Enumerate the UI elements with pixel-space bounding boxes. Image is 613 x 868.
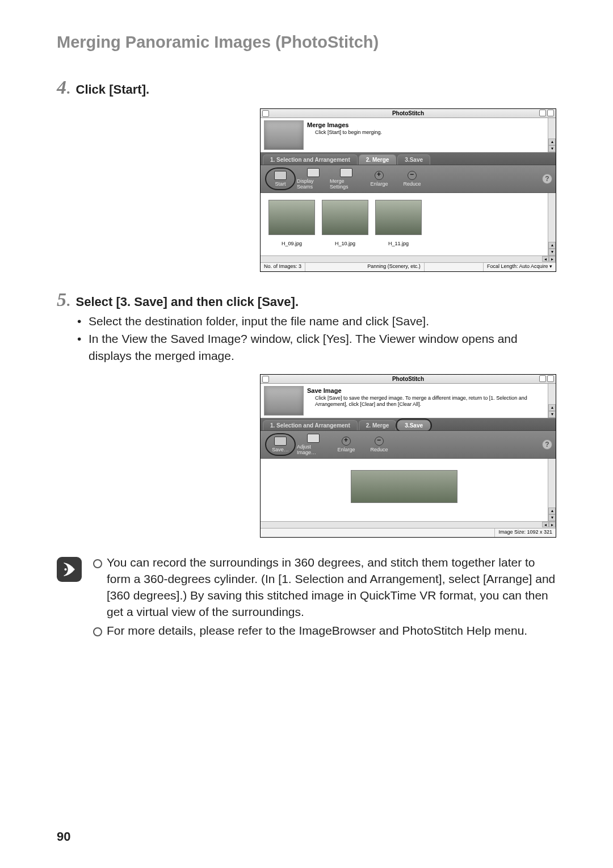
canvas-scrollbar[interactable]: ▴ ▾ — [548, 193, 556, 255]
start-button[interactable]: Start — [264, 167, 297, 190]
reduce-button[interactable]: Reduce — [363, 433, 396, 456]
zoom-out-icon — [408, 171, 417, 180]
zoom-icon[interactable] — [547, 110, 554, 116]
svg-point-0 — [64, 568, 66, 571]
scroll-down-icon[interactable]: ▾ — [548, 249, 556, 255]
thumbnail-caption: H_09.jpg — [282, 241, 302, 246]
thumbnail-image — [268, 200, 315, 235]
note-item: You can record the surroundings in 360 d… — [93, 555, 556, 620]
canvas-scrollbar[interactable]: ▴ ▾ — [548, 459, 556, 521]
save-icon — [274, 437, 287, 446]
status-image-size: Image Size: 1092 x 321 — [494, 529, 556, 537]
scroll-down-icon[interactable]: ▾ — [548, 145, 556, 152]
horizontal-scrollbar[interactable]: ◂ ▸ — [261, 521, 556, 528]
scroll-right-icon[interactable]: ▸ — [549, 256, 556, 262]
step-5-title: Select [3. Save] and then click [Save]. — [76, 295, 299, 309]
merge-settings-button[interactable]: Merge Settings — [330, 167, 363, 190]
thumbnail-caption: H_10.jpg — [335, 241, 355, 246]
page-number: 90 — [57, 829, 70, 844]
thumbnail-image — [322, 200, 368, 235]
tab-save[interactable]: 3.Save — [397, 420, 430, 430]
step-4-title: Click [Start]. — [76, 82, 150, 97]
note-item: For more details, please refer to the Im… — [93, 623, 556, 639]
help-button[interactable]: ? — [542, 439, 552, 450]
note-icon — [57, 557, 82, 582]
merged-panorama-image — [351, 470, 457, 503]
scroll-up-icon[interactable]: ▴ — [548, 242, 556, 249]
status-image-count: No. of Images: 3 — [261, 263, 305, 271]
step-5-bullet: In the View the Saved Image? window, cli… — [89, 330, 556, 364]
scroll-left-icon[interactable]: ◂ — [542, 522, 549, 527]
step-5-bullet: Select the destination folder, input the… — [89, 313, 556, 329]
tab-selection-arrangement[interactable]: 1. Selection and Arrangement — [263, 420, 358, 430]
status-mode: Panning (Scenery, etc.) — [364, 263, 424, 271]
display-seams-icon — [307, 168, 320, 177]
horizontal-scrollbar[interactable]: ◂ ▸ — [261, 255, 556, 262]
scroll-down-icon[interactable]: ▾ — [548, 514, 556, 521]
tab-selection-arrangement[interactable]: 1. Selection and Arrangement — [263, 154, 358, 165]
display-seams-button[interactable]: Display Seams — [297, 167, 330, 190]
header-scrollbar[interactable]: ▴ ▾ — [548, 384, 556, 418]
header-sub: Click [Start] to begin merging. — [315, 129, 545, 136]
window-title: PhotoStitch — [261, 376, 556, 382]
step-number-5: 5. — [57, 289, 70, 311]
scroll-left-icon[interactable]: ◂ — [542, 256, 549, 262]
status-focal-length[interactable]: Focal Length: Auto Acquire ▾ — [483, 263, 556, 271]
save-button[interactable]: Save… — [264, 433, 297, 456]
window-title: PhotoStitch — [261, 110, 556, 116]
scroll-up-icon[interactable]: ▴ — [548, 508, 556, 514]
minimize-icon[interactable] — [539, 375, 546, 382]
merge-settings-icon — [340, 168, 352, 177]
thumbnail-image — [375, 200, 422, 235]
header-heading: Save Image — [307, 387, 545, 394]
help-button[interactable]: ? — [542, 174, 552, 184]
adjust-image-button[interactable]: Adjust Image… — [297, 433, 330, 456]
step-number-4: 4. — [57, 77, 70, 98]
list-item[interactable]: H_10.jpg — [322, 200, 368, 246]
photostitch-save-window: PhotoStitch Save Image Click [Save] to s… — [260, 374, 556, 538]
header-sub: Click [Save] to save the merged image. T… — [315, 395, 545, 408]
enlarge-button[interactable]: Enlarge — [330, 433, 363, 456]
tab-merge[interactable]: 2. Merge — [359, 420, 397, 430]
header-scrollbar[interactable]: ▴ ▾ — [548, 118, 556, 152]
scroll-down-icon[interactable]: ▾ — [548, 411, 556, 418]
adjust-image-icon — [307, 434, 320, 443]
enlarge-button[interactable]: Enlarge — [363, 167, 396, 190]
minimize-icon[interactable] — [539, 110, 546, 116]
reduce-button[interactable]: Reduce — [396, 167, 429, 190]
tab-merge[interactable]: 2. Merge — [359, 154, 397, 165]
scroll-up-icon[interactable]: ▴ — [548, 404, 556, 411]
zoom-out-icon — [375, 437, 384, 446]
scroll-right-icon[interactable]: ▸ — [549, 522, 556, 527]
zoom-in-icon — [375, 171, 384, 180]
zoom-in-icon — [342, 437, 351, 446]
preview-thumbnail — [264, 386, 304, 416]
tab-save[interactable]: 3.Save — [397, 154, 430, 165]
list-item[interactable]: H_09.jpg — [268, 200, 315, 246]
photostitch-merge-window: PhotoStitch Merge Images Click [Start] t… — [260, 108, 556, 272]
section-title: Merging Panoramic Images (PhotoStitch) — [57, 33, 556, 52]
zoom-icon[interactable] — [547, 375, 554, 382]
thumbnail-caption: H_11.jpg — [388, 241, 409, 246]
list-item[interactable]: H_11.jpg — [375, 200, 422, 246]
preview-thumbnail — [264, 120, 304, 150]
scroll-up-icon[interactable]: ▴ — [548, 139, 556, 145]
header-heading: Merge Images — [307, 121, 545, 128]
start-icon — [274, 171, 287, 180]
